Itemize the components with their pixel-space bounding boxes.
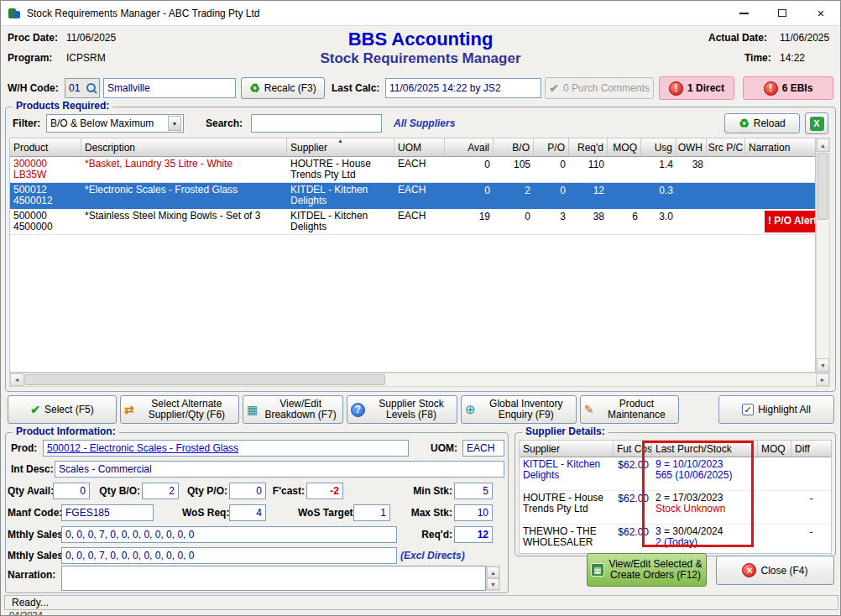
supplier-line2: WHOLESALER [523, 537, 610, 548]
cell-owh [676, 209, 707, 234]
horizontal-scrollbar[interactable]: ◄ ► [9, 373, 830, 387]
scroll-right-button[interactable]: ► [816, 373, 829, 386]
fut-cost: $62.00 [614, 491, 652, 524]
manf-code-field[interactable]: FGES185 [61, 504, 154, 521]
int-desc-field[interactable]: Scales - Commercial [55, 461, 504, 478]
reload-button[interactable]: ♻ Reload [724, 113, 800, 133]
col-avail[interactable]: Avail [445, 138, 494, 157]
supplier-row[interactable]: KITDEL - KitchenDelights $62.00 9 = 10/1… [520, 457, 831, 491]
col-product[interactable]: Product [10, 138, 81, 157]
narration-scroll-down[interactable]: ▼ [487, 578, 499, 590]
scroll-up-button[interactable]: ▲ [817, 138, 829, 152]
col-description[interactable]: Description [81, 138, 287, 157]
lookup-magnifier-icon[interactable] [86, 83, 97, 94]
col-last-purch[interactable]: Last Purch/Stock [652, 441, 758, 457]
col-label: Narration [749, 142, 790, 154]
po-alerts-badge[interactable]: ! P/O Alerts E [765, 211, 815, 232]
table-empty-area [10, 235, 815, 373]
table-row-selected[interactable]: 5000124500012 *Electronic Scales - Frost… [10, 183, 815, 209]
supplier-stock-button[interactable]: ? Supplier Stock Levels (F8) [347, 395, 457, 424]
product-maintenance-button[interactable]: ✎ Product Maintenance [580, 395, 679, 424]
vertical-scrollbar[interactable]: ▲ ▼ [816, 138, 830, 373]
col-fut-cost[interactable]: Fut Cost [614, 441, 652, 457]
cost-value: $62.00 [618, 459, 649, 471]
col-moq[interactable]: MOQ [758, 441, 791, 457]
filter-select[interactable]: B/O & Below Maximum ▼ [46, 114, 184, 133]
app-window: Stock Requirements Manager - ABC Trading… [0, 0, 841, 616]
highlight-all-toggle[interactable]: ✓ Highlight All [718, 395, 834, 424]
qty-avail-label: Qty Avail: [8, 485, 51, 497]
prod-field[interactable]: 500012 - Electronic Scales - Frosted Gla… [43, 440, 409, 457]
ebis-alert-button[interactable]: ! 6 EBIs [743, 76, 833, 100]
checkbox-checked-icon[interactable]: ✓ [742, 404, 754, 415]
col-uom[interactable]: UOM [394, 138, 445, 157]
col-moq[interactable]: MOQ [608, 138, 641, 157]
table-row[interactable]: 300000LB35W *Basket, Laundry 35 Litre - … [10, 157, 815, 183]
supplier-stock-label: Supplier Stock Levels (F8) [369, 399, 453, 420]
create-orders-icon: ▦ [591, 563, 604, 577]
cell-reqd: 110 [569, 157, 608, 182]
select-button[interactable]: ✔ Select (F5) [8, 395, 117, 424]
search-input[interactable] [251, 114, 382, 133]
col-owh[interactable]: OWH [676, 138, 707, 157]
chevron-down-icon[interactable]: ▼ [168, 116, 181, 131]
swap-supplier-icon: ⇄ [124, 403, 134, 416]
export-excel-button[interactable]: X [805, 112, 828, 134]
scroll-down-button[interactable]: ▼ [817, 358, 829, 372]
global-inventory-button[interactable]: ⊕ Global Inventory Enquiry (F9) [461, 395, 577, 424]
wos-target-label: WoS Target: [298, 507, 352, 519]
close-f4-button[interactable]: × Close (F4) [716, 556, 834, 585]
purch-comments-label: 0 Purch Comments [563, 82, 650, 94]
vscrollbar-thumb[interactable] [817, 153, 828, 220]
select-alternate-button[interactable]: ⇄ Select Alternate Supplier/Qty (F6) [120, 395, 239, 424]
col-usg[interactable]: Usg [641, 138, 676, 157]
cell-usg: 0.3 [641, 183, 676, 208]
close-window-button[interactable]: × [802, 1, 840, 25]
supplier-row[interactable]: THEWHO - THEWHOLESALER $62.00 3 = 30/04/… [520, 525, 831, 554]
close-label: Close (F4) [760, 565, 807, 577]
uom-field: EACH [462, 440, 504, 457]
col-reqd[interactable]: Req'd [569, 138, 608, 157]
col-srcpc[interactable]: Src P/C [707, 138, 745, 157]
wh-name-field[interactable]: Smallville [103, 78, 236, 98]
table-row[interactable]: 5000004500000 *Stainless Steel Mixing Bo… [10, 209, 815, 235]
narration-scroll-up[interactable]: ▲ [487, 566, 499, 578]
col-label: Product [13, 142, 48, 154]
supplier-line2: Delights [290, 222, 391, 232]
supplier-row[interactable]: HOUTRE - HouseTrends Pty Ltd $62.00 2 = … [520, 491, 831, 525]
stock-info: 565 (10/06/2025) [656, 470, 755, 481]
narration-input[interactable] [61, 566, 486, 591]
purch-comments-button[interactable]: ✔ 0 Purch Comments [545, 77, 654, 99]
app-icon [8, 7, 21, 20]
cell-description: *Electronic Scales - Frosted Glass [81, 183, 287, 208]
supplier-details-header: Supplier Fut Cost Last Purch/Stock MOQ D… [520, 441, 831, 457]
mthly-sales-label: Mthly Sales: [8, 529, 66, 540]
min-stk-field: 5 [454, 483, 493, 499]
status-text: Ready... [12, 597, 49, 608]
narration-scrollbar[interactable]: ▲ ▼ [486, 566, 500, 591]
scroll-left-button[interactable]: ◄ [10, 373, 24, 386]
col-supplier[interactable]: ▲ Supplier [287, 138, 394, 157]
direct-alert-button[interactable]: ! 1 Direct [659, 76, 734, 100]
col-narration[interactable]: Narration [745, 138, 815, 157]
select-label: Select (F5) [44, 405, 94, 415]
description: *Stainless Steel Mixing Bowls - Set of 3 [85, 211, 284, 222]
col-supplier[interactable]: Supplier [520, 441, 614, 457]
col-diff[interactable]: Diff [791, 441, 831, 457]
col-bo[interactable]: B/O [494, 138, 534, 157]
view-breakdown-button[interactable]: ▦ View/Edit Breakdown (F7) [243, 395, 343, 424]
cell-supplier: KITDEL - KitchenDelights [287, 183, 394, 208]
products-required-group: Products Required: Filter: B/O & Below M… [5, 107, 836, 392]
wh-code-input[interactable]: 01 [65, 78, 100, 98]
col-po[interactable]: P/O [534, 138, 569, 157]
cell-moq [608, 157, 641, 182]
minimize-button[interactable] [724, 1, 763, 25]
uom: EACH [398, 185, 441, 196]
recalc-button[interactable]: ♻ Recalc (F3) [241, 77, 325, 99]
highlight-all-label: Highlight All [758, 404, 811, 415]
time-label: Time: [744, 52, 771, 64]
maximize-button[interactable] [763, 1, 802, 25]
create-orders-button[interactable]: ▦ View/Edit Selected & Create Orders (F1… [587, 553, 707, 587]
prod-link[interactable]: 500012 - Electronic Scales - Frosted Gla… [47, 442, 238, 454]
hscrollbar-thumb[interactable] [24, 374, 385, 385]
